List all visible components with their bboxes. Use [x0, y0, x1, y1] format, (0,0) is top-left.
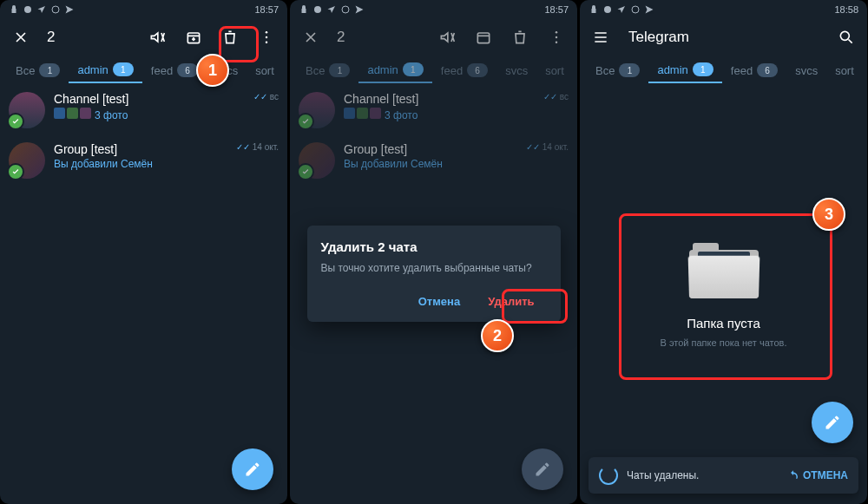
empty-title: Папка пуста — [687, 316, 760, 331]
clock: 18:57 — [544, 4, 569, 15]
chat-list: Channel [test] 3 фото ✓✓вс Group [test] … — [0, 85, 287, 504]
status-bar: 18:58 — [580, 0, 867, 19]
phone-3: 18:58 Telegram Все1 admin1 feed6 svcs so… — [580, 0, 867, 504]
mute-button[interactable] — [141, 22, 173, 53]
more-button[interactable] — [251, 22, 282, 53]
step-3-badge: 3 — [812, 198, 845, 231]
chat-subtitle: 3 фото — [54, 108, 245, 121]
dialog-title: Удалить 2 чата — [321, 239, 547, 254]
folder-tabs: Все1 admin1 feed6 svcs sort — [580, 56, 867, 85]
menu-button[interactable] — [585, 22, 616, 53]
svg-rect-8 — [477, 33, 489, 43]
compose-fab — [522, 448, 563, 490]
dialog-text: Вы точно хотите удалить выбранные чаты? — [321, 261, 547, 276]
svg-point-6 — [314, 6, 321, 13]
svg-point-10 — [556, 36, 558, 39]
clock: 18:57 — [254, 4, 279, 15]
selection-count: 2 — [47, 29, 55, 46]
status-bar: 18:57 — [290, 0, 577, 19]
svg-point-3 — [266, 31, 268, 34]
selected-check-icon — [7, 163, 24, 180]
close-selection-button — [295, 22, 326, 53]
step-1-badge: 1 — [196, 54, 229, 87]
selection-toolbar: 2 — [0, 19, 287, 56]
dialog-cancel-button[interactable]: Отмена — [406, 288, 472, 315]
chat-row[interactable]: Group [test] Вы добавили Семён ✓✓14 окт. — [0, 135, 287, 186]
app-title: Telegram — [628, 29, 689, 46]
svg-point-5 — [266, 42, 268, 44]
delete-button[interactable] — [214, 22, 246, 53]
archive-button[interactable] — [178, 22, 209, 53]
mute-button — [431, 22, 463, 53]
compose-fab[interactable] — [232, 448, 273, 490]
tab-feed[interactable]: feed6 — [722, 58, 786, 82]
undo-button[interactable]: ОТМЕНА — [787, 469, 848, 481]
timer-icon — [599, 466, 618, 485]
more-button — [541, 22, 572, 53]
step-2-badge: 2 — [481, 319, 514, 352]
tab-svcs[interactable]: svcs — [786, 59, 826, 82]
chat-title: Group [test] — [54, 142, 227, 156]
search-button[interactable] — [831, 22, 862, 53]
chat-row[interactable]: Channel [test] 3 фото ✓✓вс — [0, 85, 287, 135]
compose-fab[interactable] — [812, 402, 853, 443]
svg-point-12 — [604, 6, 611, 13]
selection-toolbar: 2 — [290, 19, 577, 56]
selected-check-icon — [7, 113, 24, 130]
svg-point-11 — [556, 42, 558, 44]
svg-point-0 — [24, 6, 31, 13]
snackbar-text: Чаты удалены. — [627, 469, 779, 481]
tab-admin[interactable]: admin1 — [69, 57, 141, 83]
svg-point-4 — [266, 36, 268, 39]
tab-admin[interactable]: admin1 — [648, 57, 721, 83]
archive-button — [468, 22, 499, 53]
close-selection-button[interactable] — [5, 22, 36, 53]
empty-subtitle: В этой папке пока нет чатов. — [661, 337, 787, 348]
folder-icon — [689, 241, 759, 298]
main-toolbar: Telegram — [580, 19, 867, 56]
clock: 18:58 — [834, 4, 858, 15]
tab-sort[interactable]: sort — [247, 59, 283, 82]
svg-point-1 — [52, 6, 59, 13]
svg-point-13 — [632, 6, 639, 13]
phone-2: 18:57 2 Все1 admin1 feed6 svcs sort Chan… — [290, 0, 577, 504]
svg-point-9 — [556, 31, 558, 34]
phone-1: 18:57 2 Все1 admin1 feed6 svcs sort — [0, 0, 287, 504]
delete-confirm-dialog: Удалить 2 чата Вы точно хотите удалить в… — [307, 226, 561, 322]
svg-point-14 — [840, 31, 849, 40]
chat-subtitle: Вы добавили Семён — [54, 158, 227, 170]
status-bar: 18:57 — [0, 0, 287, 19]
folder-tabs: Все1 admin1 feed6 svcs sort — [0, 56, 287, 85]
svg-point-7 — [342, 6, 349, 13]
tab-sort[interactable]: sort — [826, 59, 863, 82]
undo-snackbar: Чаты удалены. ОТМЕНА — [589, 457, 858, 494]
tab-all[interactable]: Все1 — [587, 58, 648, 82]
tab-all[interactable]: Все1 — [7, 58, 69, 82]
dialog-confirm-button[interactable]: Удалить — [476, 288, 546, 315]
folder-tabs: Все1 admin1 feed6 svcs sort — [290, 56, 577, 85]
chat-title: Channel [test] — [54, 92, 245, 106]
delete-button — [504, 22, 536, 53]
